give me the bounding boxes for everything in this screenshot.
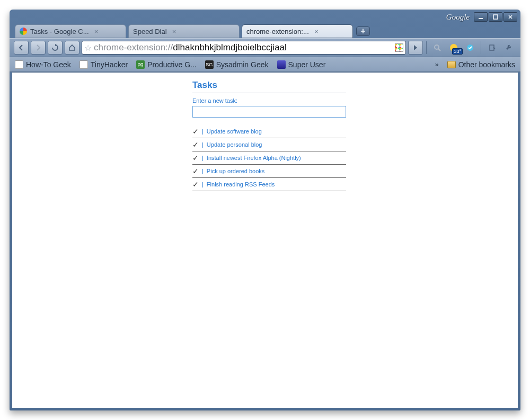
check-icon[interactable]: ✓ [192,127,199,136]
svg-rect-1 [493,15,498,19]
wrench-menu-button[interactable] [501,41,516,55]
weather-temp: 33° [452,48,463,55]
task-row: ✓ | Update software blog [192,125,346,138]
tab-label: Tasks - Google C... [30,28,89,35]
home-button[interactable] [65,41,80,55]
favicon-icon [277,60,286,69]
task-divider: | [202,155,204,161]
task-row: ✓ | Finish reading RSS Feeds [192,178,346,191]
tab-label: Speed Dial [133,28,167,35]
favicon-icon [15,60,23,69]
task-row: ✓ | Update personal blog [192,138,346,151]
address-bar[interactable]: ☆ chrome-extension://dlhaknbhkjblmdjboie… [82,41,406,55]
brand-label: Google [446,13,470,22]
url-scheme: chrome-extension:// [94,42,173,53]
check-icon[interactable]: ✓ [192,154,199,162]
weather-widget[interactable]: 33° [447,42,461,53]
task-divider: | [202,168,204,174]
svg-rect-4 [490,45,494,50]
bookmark-label: How-To Geek [26,60,71,69]
task-list: ✓ | Update software blog ✓ | Update pers… [192,125,346,191]
minimize-button[interactable] [474,12,488,22]
check-icon[interactable]: ✓ [192,140,199,149]
tab-label: chrome-extension:... [246,28,309,35]
bookmark-super-user[interactable]: Super User [275,59,328,70]
bookmark-label: Super User [288,60,326,69]
status-check-icon[interactable] [463,41,478,55]
forward-button[interactable] [31,41,46,55]
bookmark-star-icon[interactable]: ☆ [84,43,92,53]
browser-window: Google Tasks - Google C... × Speed Dial … [10,10,520,410]
svg-point-2 [435,45,439,49]
bookmarks-overflow-button[interactable]: » [432,60,440,68]
bookmark-how-to-geek[interactable]: How-To Geek [13,59,73,70]
bookmark-label: Productive G... [147,60,197,69]
task-divider: | [202,128,204,135]
bookmark-productive-g[interactable]: pg Productive G... [134,59,199,70]
other-bookmarks-label: Other bookmarks [458,60,515,69]
page-menu-button[interactable] [484,41,499,55]
toolbar-separator [481,41,481,54]
task-text[interactable]: Update personal blog [207,141,262,148]
svg-rect-0 [479,18,483,19]
folder-icon [447,61,456,68]
tab-chrome-extension[interactable]: chrome-extension:... × [242,24,353,38]
task-row: ✓ | Install newest Firefox Alpha (Nightl… [192,151,346,165]
page-content: Tasks Enter a new task: ✓ | Update softw… [12,72,518,408]
bookmark-tinyhacker[interactable]: TinyHacker [77,59,130,70]
check-icon[interactable]: ✓ [192,167,199,175]
new-task-input[interactable] [192,106,346,118]
task-text[interactable]: Pick up ordered books [207,168,264,174]
task-row: ✓ | Pick up ordered books [192,165,346,178]
other-bookmarks-button[interactable]: Other bookmarks [445,59,517,70]
tab-speed-dial[interactable]: Speed Dial × [128,24,240,38]
bookmark-label: Sysadmin Geek [216,60,269,69]
bookmark-label: TinyHacker [91,60,128,69]
go-button[interactable] [408,41,423,55]
close-icon[interactable]: × [313,28,320,34]
close-button[interactable] [504,12,517,22]
close-icon[interactable]: × [93,28,100,34]
check-icon[interactable]: ✓ [192,180,199,189]
task-text[interactable]: Install newest Firefox Alpha (Nightly) [207,155,301,161]
new-task-label: Enter a new task: [192,97,346,104]
page-action-icon[interactable] [395,43,403,52]
task-text[interactable]: Update software blog [207,128,262,135]
maximize-button[interactable] [489,12,502,22]
favicon-icon: SG [205,60,214,69]
reload-button[interactable] [48,41,63,55]
tasks-app: Tasks Enter a new task: ✓ | Update softw… [192,80,346,191]
back-button[interactable] [14,41,29,55]
titlebar: Google [10,10,520,23]
close-icon[interactable]: × [171,28,178,34]
toolbar: ☆ chrome-extension://dlhaknbhkjblmdjboie… [10,38,520,57]
new-tab-button[interactable]: + [356,26,370,36]
search-magnifier-icon[interactable] [430,41,445,55]
favicon-icon [80,60,88,69]
toolbar-separator [426,41,427,54]
task-divider: | [202,181,204,187]
task-text[interactable]: Finish reading RSS Feeds [207,181,275,187]
task-divider: | [202,141,204,148]
tab-tasks-google[interactable]: Tasks - Google C... × [15,24,126,38]
favicon-icon: pg [136,60,145,69]
bookmarks-bar: How-To Geek TinyHacker pg Productive G..… [10,57,520,72]
bookmark-sysadmin-geek[interactable]: SG Sysadmin Geek [203,59,271,70]
google-icon [20,28,27,35]
url-path: dlhaknbhkjblmdjboielbccjiaal [173,42,287,53]
tab-strip: Tasks - Google C... × Speed Dial × chrom… [10,23,520,38]
page-title: Tasks [192,80,346,93]
